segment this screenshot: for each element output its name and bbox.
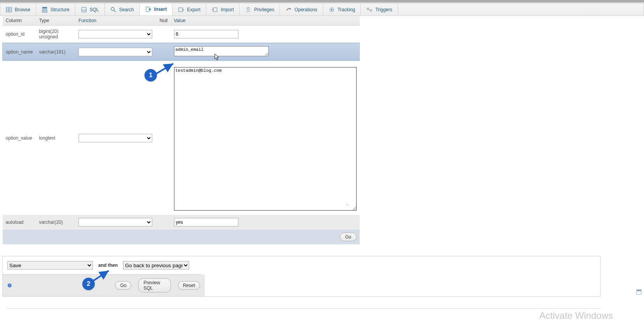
bottom-divider xyxy=(6,308,600,309)
cell-null xyxy=(157,43,171,61)
tab-export[interactable]: Export xyxy=(172,3,206,16)
tab-sql-label: SQL xyxy=(90,7,99,12)
cell-null xyxy=(157,215,171,230)
tab-browse[interactable]: Browse xyxy=(0,3,36,16)
tab-tracking-label: Tracking xyxy=(338,7,355,12)
table-row: autoload varchar(20) xyxy=(3,215,360,230)
cell-type: varchar(20) xyxy=(36,215,75,230)
function-select[interactable] xyxy=(78,134,152,142)
svg-rect-14 xyxy=(179,8,183,12)
tab-structure-label: Structure xyxy=(50,7,70,12)
svg-rect-5 xyxy=(42,9,47,10)
value-input[interactable] xyxy=(174,30,238,38)
preview-sql-button[interactable]: Preview SQL xyxy=(138,278,171,292)
reset-button[interactable]: Reset xyxy=(178,281,200,290)
svg-rect-11 xyxy=(146,7,149,12)
svg-point-19 xyxy=(331,9,332,10)
svg-rect-15 xyxy=(213,8,217,12)
table-row: option_value longtext testadmin@blog.com xyxy=(3,61,360,215)
nav-tabs: Browse Structure SQL SQL Search Insert E… xyxy=(0,3,644,16)
hdr-value[interactable]: Value xyxy=(171,16,360,26)
cell-null xyxy=(157,26,171,43)
mouse-cursor-icon xyxy=(214,54,220,61)
tab-import-label: Import xyxy=(221,7,234,12)
go-row: Go xyxy=(3,230,360,244)
hdr-type: Type xyxy=(36,16,75,26)
operations-icon xyxy=(285,7,292,13)
svg-rect-4 xyxy=(42,7,47,9)
tab-sql[interactable]: SQL SQL xyxy=(75,3,105,16)
resize-watermark-icon xyxy=(344,202,350,208)
hdr-function[interactable]: Function xyxy=(75,16,157,26)
svg-rect-21 xyxy=(370,10,372,11)
svg-rect-28 xyxy=(637,290,641,291)
then-select[interactable]: Go back to previous page xyxy=(123,261,189,270)
svg-line-26 xyxy=(93,271,109,281)
value-textarea[interactable]: admin_email xyxy=(174,46,269,56)
cell-column: option_value xyxy=(3,61,36,215)
tab-browse-label: Browse xyxy=(15,7,30,12)
table-icon xyxy=(6,7,12,13)
svg-line-10 xyxy=(114,10,116,12)
svg-line-25 xyxy=(156,64,173,74)
tab-tracking[interactable]: Tracking xyxy=(323,3,361,16)
go-button-footer[interactable]: Go xyxy=(115,281,131,290)
svg-point-17 xyxy=(289,8,291,10)
cell-column: option_id xyxy=(3,26,36,43)
search-icon xyxy=(110,7,117,13)
tab-insert-label: Insert xyxy=(154,7,167,12)
tab-operations[interactable]: Operations xyxy=(280,3,323,16)
go-button[interactable]: Go xyxy=(340,233,356,241)
structure-icon xyxy=(42,7,48,13)
tab-triggers[interactable]: Triggers xyxy=(361,3,398,16)
tab-privileges-label: Privileges xyxy=(254,7,274,12)
svg-text:?: ? xyxy=(9,284,10,287)
cell-null xyxy=(157,61,171,215)
triggers-icon xyxy=(366,7,372,13)
sql-icon: SQL xyxy=(81,7,87,13)
insert-table: Column Type Function Null Value option_i… xyxy=(2,16,360,244)
save-select[interactable]: Save xyxy=(7,261,93,270)
tab-import[interactable]: Import xyxy=(206,3,240,16)
svg-rect-20 xyxy=(367,8,369,10)
table-row: option_name varchar(191) admin_email xyxy=(3,43,360,61)
tab-search[interactable]: Search xyxy=(105,3,140,16)
value-textarea-large[interactable]: testadmin@blog.com xyxy=(174,67,357,211)
and-then-label: and then xyxy=(98,263,118,268)
cell-column: autoload xyxy=(3,215,36,230)
svg-point-22 xyxy=(346,204,348,206)
function-select[interactable] xyxy=(78,30,152,38)
hdr-null: Null xyxy=(157,16,171,26)
function-select[interactable] xyxy=(78,48,152,56)
cell-column: option_name xyxy=(3,43,36,61)
tab-privileges[interactable]: Privileges xyxy=(240,3,280,16)
tab-triggers-label: Triggers xyxy=(375,7,392,12)
svg-text:SQL: SQL xyxy=(82,9,87,11)
table-header-row: Column Type Function Null Value xyxy=(3,16,360,26)
tab-structure[interactable]: Structure xyxy=(36,3,75,16)
svg-point-16 xyxy=(247,7,249,10)
cell-type: longtext xyxy=(36,61,75,215)
tracking-icon xyxy=(329,7,335,13)
hdr-column: Column xyxy=(3,16,36,26)
insert-icon xyxy=(145,6,151,12)
table-row: option_id bigint(20) unsigned xyxy=(3,26,360,43)
help-icon[interactable]: ? xyxy=(7,283,12,288)
svg-point-9 xyxy=(111,7,114,10)
privileges-icon xyxy=(245,7,251,13)
import-icon xyxy=(212,7,218,13)
page-settings-mini-icon[interactable] xyxy=(636,289,642,295)
cell-type: varchar(191) xyxy=(36,43,75,61)
function-select[interactable] xyxy=(78,218,152,226)
cell-type: bigint(20) unsigned xyxy=(36,26,75,43)
export-icon xyxy=(178,7,184,13)
tab-operations-label: Operations xyxy=(294,7,317,12)
tab-search-label: Search xyxy=(119,7,134,12)
value-input[interactable] xyxy=(174,218,238,226)
callout-arrow-1 xyxy=(155,62,176,79)
tab-insert[interactable]: Insert xyxy=(140,3,173,16)
callout-arrow-2 xyxy=(92,269,111,284)
tab-export-label: Export xyxy=(187,7,200,12)
svg-rect-6 xyxy=(42,11,47,12)
